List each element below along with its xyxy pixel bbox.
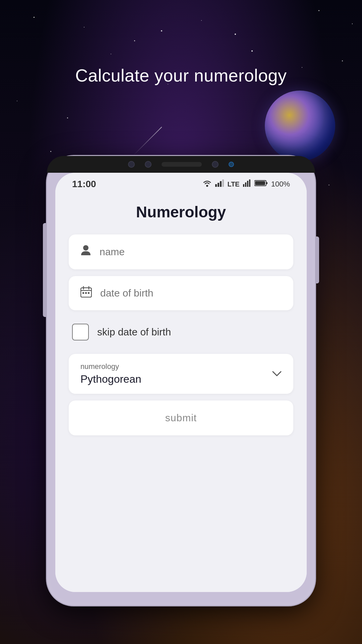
numerology-dropdown-value: Pythogorean: [80, 373, 282, 385]
numerology-dropdown-label: numerology: [80, 362, 282, 371]
front-camera-2: [145, 161, 152, 168]
svg-rect-19: [88, 292, 89, 294]
screen-bottom-space: [55, 449, 307, 592]
app-content: Numerology: [55, 193, 307, 449]
battery-icon: [254, 179, 268, 189]
cellular-icon: [243, 179, 251, 189]
svg-rect-18: [85, 292, 87, 294]
skip-dob-label: skip date of birth: [97, 326, 171, 338]
svg-rect-17: [82, 292, 84, 294]
submit-button[interactable]: submit: [69, 400, 293, 435]
status-icons: LTE 100%: [202, 179, 290, 189]
wifi-icon: [202, 179, 212, 189]
page-headline: Calculate your numerology: [0, 65, 362, 86]
front-camera-main: [229, 162, 234, 167]
lte-icon: LTE: [227, 180, 239, 188]
front-camera: [128, 161, 135, 168]
status-bar: 11:00: [55, 173, 307, 193]
sensor: [212, 161, 219, 168]
signal-icon: [215, 179, 224, 189]
skip-dob-row[interactable]: skip date of birth: [69, 317, 293, 347]
svg-rect-2: [218, 183, 219, 187]
dropdown-arrow-icon: [272, 369, 282, 379]
planet-illustration: [265, 91, 335, 161]
calendar-icon: [80, 286, 92, 300]
svg-rect-5: [243, 184, 244, 187]
svg-rect-3: [220, 181, 222, 187]
phone-screen: 11:00: [55, 173, 307, 592]
svg-point-12: [83, 245, 88, 251]
numerology-dropdown[interactable]: numerology Pythogorean: [69, 354, 293, 394]
phone-speaker: [162, 162, 202, 167]
svg-rect-11: [255, 181, 265, 185]
status-time: 11:00: [72, 179, 96, 190]
name-input[interactable]: [100, 246, 282, 258]
svg-rect-7: [247, 181, 248, 187]
name-field-container[interactable]: [69, 234, 293, 269]
dob-input[interactable]: [100, 287, 282, 299]
svg-rect-4: [222, 179, 224, 187]
svg-rect-8: [249, 179, 250, 187]
battery-percent: 100%: [271, 180, 290, 189]
skip-dob-checkbox[interactable]: [72, 324, 89, 340]
phone-notch: [47, 156, 315, 173]
svg-rect-10: [266, 182, 267, 184]
app-title: Numerology: [69, 193, 293, 234]
dob-field-container[interactable]: [69, 276, 293, 310]
svg-point-0: [206, 185, 208, 187]
svg-rect-6: [245, 182, 246, 187]
phone-frame: 11:00: [47, 156, 315, 605]
person-icon: [80, 245, 91, 259]
svg-rect-1: [215, 184, 217, 187]
